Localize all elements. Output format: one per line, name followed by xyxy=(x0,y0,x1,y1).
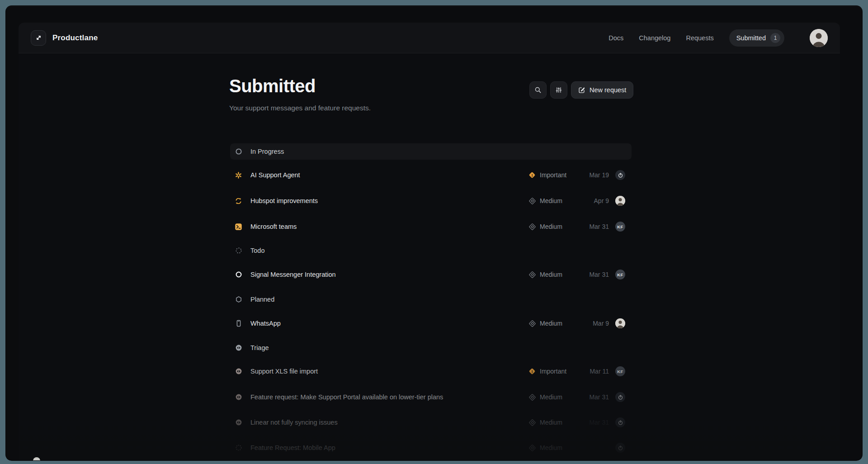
triage-circle-icon xyxy=(235,344,242,352)
item-title: Microsoft teams xyxy=(250,223,297,230)
item-date: Mar 9 xyxy=(576,320,609,327)
nav-submitted-label: Submitted xyxy=(736,34,766,42)
priority: Medium xyxy=(528,223,576,230)
list-item[interactable]: Feature request: Make Support Portal ava… xyxy=(230,388,632,406)
brand: Productlane xyxy=(31,30,98,46)
item-date: Mar 31 xyxy=(576,393,609,401)
assignee-avatar-photo xyxy=(615,318,625,328)
dashed-circle-icon xyxy=(235,444,242,452)
page-title: Submitted xyxy=(229,76,316,96)
new-request-label: New request xyxy=(590,86,626,94)
assignee-avatar-logo xyxy=(615,170,625,180)
priority-medium-icon xyxy=(528,197,536,204)
list-item[interactable]: Support XLS file import Important Mar 11… xyxy=(230,362,632,380)
user-photo-icon xyxy=(810,29,828,47)
group-label: Todo xyxy=(250,247,265,255)
priority: Medium xyxy=(528,393,576,401)
triage-circle-icon xyxy=(235,393,242,401)
priority: Important xyxy=(528,171,576,179)
item-title: Feature request: Make Support Portal ava… xyxy=(250,393,443,401)
priority-medium-icon xyxy=(528,419,536,426)
nav-changelog[interactable]: Changelog xyxy=(639,34,670,42)
triage-circle-icon xyxy=(235,419,242,426)
item-title: WhatsApp xyxy=(250,320,281,327)
search-icon xyxy=(534,86,542,94)
priority-medium-icon xyxy=(528,393,536,401)
list-item[interactable]: Linear not fully syncing issues Medium M… xyxy=(230,413,632,431)
diagonal-resize-arrow-icon xyxy=(35,34,42,42)
item-title: Linear not fully syncing issues xyxy=(250,419,338,426)
assignee-avatar-logo xyxy=(615,443,625,453)
new-request-button[interactable]: New request xyxy=(571,81,633,99)
item-title: Feature Request: Mobile App xyxy=(250,444,335,451)
priority-medium-icon xyxy=(528,444,536,451)
in-progress-circle-icon xyxy=(235,148,242,156)
assignee-avatar-logo xyxy=(615,392,625,402)
item-date: Mar 31 xyxy=(576,271,609,278)
list-item[interactable]: Microsoft teams Medium Mar 31 KF xyxy=(230,218,632,236)
priority: Medium xyxy=(528,419,576,426)
assignee-avatar-initials: KF xyxy=(615,366,625,376)
priority: Important xyxy=(528,368,576,375)
assignee-avatar-photo xyxy=(615,196,625,206)
nav-docs[interactable]: Docs xyxy=(609,34,623,42)
page-subtitle: Your support messages and feature reques… xyxy=(229,104,371,112)
list-item[interactable]: Feature Request: Mobile App Medium xyxy=(230,439,632,457)
ring-icon xyxy=(235,271,242,279)
triage-circle-icon xyxy=(235,368,242,375)
nav-submitted-active[interactable]: Submitted 1 xyxy=(729,29,784,47)
user-avatar[interactable] xyxy=(810,29,828,47)
assignee-avatar-initials: KF xyxy=(615,222,625,232)
priority-important-icon xyxy=(528,171,536,179)
priority-medium-icon xyxy=(528,320,536,327)
filter-button[interactable] xyxy=(550,81,567,99)
item-date: Mar 31 xyxy=(576,419,609,426)
item-title: Support XLS file import xyxy=(250,368,318,375)
group-header-in-progress[interactable]: In Progress xyxy=(230,143,632,160)
group-label: In Progress xyxy=(250,148,284,155)
group-header-planned[interactable]: Planned xyxy=(230,290,632,308)
nav-requests[interactable]: Requests xyxy=(686,34,713,42)
group-label: Planned xyxy=(250,296,274,303)
list-item[interactable]: Hubspot improvements Medium Apr 9 xyxy=(230,192,632,210)
top-nav: Docs Changelog Requests Submitted 1 xyxy=(609,29,828,47)
priority-medium-icon xyxy=(528,271,536,278)
item-title: Signal Messenger Integration xyxy=(250,271,336,278)
screenshot-frame: Productlane Docs Changelog Requests Subm… xyxy=(5,5,863,461)
item-date: Apr 9 xyxy=(576,197,609,204)
phone-icon xyxy=(235,320,242,327)
item-date: Mar 11 xyxy=(576,368,609,375)
app-window: Productlane Docs Changelog Requests Subm… xyxy=(19,23,840,460)
submitted-count-badge: 1 xyxy=(770,33,780,43)
assignee-avatar-logo xyxy=(615,417,625,427)
compose-icon xyxy=(578,86,585,94)
item-title: AI Support Agent xyxy=(250,171,300,179)
group-header-triage[interactable]: Triage xyxy=(230,339,632,357)
search-button[interactable] xyxy=(529,81,547,99)
priority: Medium xyxy=(528,444,576,451)
list-item[interactable]: Signal Messenger Integration Medium Mar … xyxy=(230,265,632,284)
group-header-todo[interactable]: Todo xyxy=(230,241,632,260)
item-date: Mar 31 xyxy=(576,223,609,230)
top-header: Productlane Docs Changelog Requests Subm… xyxy=(19,23,840,53)
priority: Medium xyxy=(528,271,576,278)
toolbar: New request xyxy=(529,81,633,99)
sync-arrows-icon xyxy=(235,197,242,205)
todo-dashed-circle-icon xyxy=(235,247,242,255)
list-item[interactable]: AI Support Agent Important Mar 19 xyxy=(230,166,632,184)
priority: Medium xyxy=(528,197,576,204)
brand-name: Productlane xyxy=(52,33,98,43)
item-title: Hubspot improvements xyxy=(250,197,318,204)
productlane-logo[interactable] xyxy=(31,30,46,46)
priority: Medium xyxy=(528,320,576,327)
planned-hexagon-icon xyxy=(235,296,242,303)
priority-important-icon xyxy=(528,368,536,375)
group-label: Triage xyxy=(250,344,269,351)
priority-medium-icon xyxy=(528,223,536,230)
list-item[interactable]: WhatsApp Medium Mar 9 xyxy=(230,314,632,332)
terminal-icon xyxy=(235,223,242,231)
filter-sliders-icon xyxy=(555,86,562,94)
assignee-avatar-initials: KF xyxy=(615,270,625,279)
openai-icon xyxy=(235,171,242,179)
item-date: Mar 19 xyxy=(576,171,609,179)
